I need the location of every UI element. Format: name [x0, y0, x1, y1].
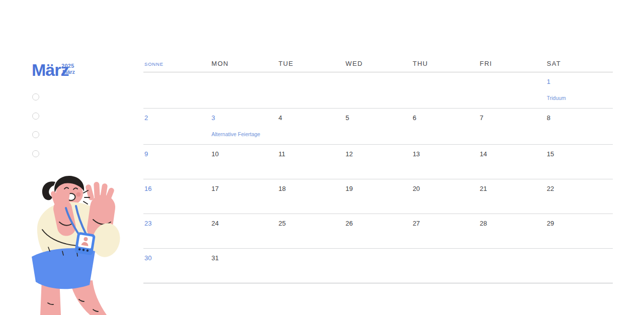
calendar: SONNEMONTUEWEDTHUFRISAT 1Triduum23Altern…: [143, 58, 613, 283]
day-cell-8[interactable]: 8: [546, 109, 613, 144]
day-cell-21[interactable]: 21: [478, 179, 545, 214]
weekday-sonne: SONNE: [143, 61, 210, 72]
day-cell-empty: [345, 249, 412, 283]
day-cell-31[interactable]: 31: [210, 249, 277, 283]
day-cell-3[interactable]: 3Alternative Feiertage: [210, 109, 277, 144]
day-number: 15: [547, 151, 611, 158]
day-number: 10: [211, 151, 275, 158]
day-number: 6: [413, 115, 476, 122]
day-cell-empty: [278, 249, 345, 283]
week-row: 23Alternative Feiertage45678: [143, 109, 613, 145]
id-badge: [74, 232, 96, 255]
day-cell-27[interactable]: 27: [412, 214, 478, 248]
year-overlay-label: 2025: [61, 63, 74, 69]
day-cell-1[interactable]: 1Triduum: [546, 72, 613, 108]
day-cell-25[interactable]: 25: [278, 214, 345, 248]
day-cell-empty: [278, 72, 345, 108]
day-cell-20[interactable]: 20: [412, 179, 478, 214]
day-cell-13[interactable]: 13: [412, 145, 478, 179]
day-cell-26[interactable]: 26: [345, 214, 412, 248]
event-label: Triduum: [547, 95, 611, 101]
day-number: 8: [547, 115, 611, 122]
day-number: 30: [144, 255, 208, 262]
day-cell-empty: [412, 72, 478, 108]
note-circle-1: [32, 93, 39, 100]
day-cell-5[interactable]: 5: [345, 109, 412, 144]
waving-woman-illustration: [19, 171, 131, 315]
weekday-wed: WED: [345, 60, 412, 72]
title-block: März 2025 März: [32, 61, 132, 86]
day-number: 18: [279, 185, 343, 192]
weekday-thu: THU: [412, 60, 478, 72]
day-cell-17[interactable]: 17: [210, 179, 277, 214]
day-number: 2: [144, 115, 208, 122]
day-cell-empty: [345, 72, 412, 108]
day-number: 22: [547, 185, 611, 192]
calendar-page: März 2025 März SONNEMONTUEWEDTHUFRISAT 1…: [0, 0, 644, 315]
note-circle-4: [32, 150, 39, 157]
day-number: 9: [144, 151, 208, 158]
day-number: 14: [479, 151, 543, 158]
day-cell-empty: [143, 72, 210, 108]
month-title: März: [32, 61, 132, 78]
day-cell-empty: [210, 72, 277, 108]
week-row: 16171819202122: [143, 179, 613, 214]
day-number: 21: [479, 185, 543, 192]
day-number: 29: [547, 220, 611, 227]
day-number: 20: [413, 185, 476, 192]
day-number: 24: [211, 220, 275, 227]
calendar-grid: 1Triduum23Alternative Feiertage456789101…: [143, 72, 613, 283]
day-cell-24[interactable]: 24: [210, 214, 277, 248]
day-cell-empty: [546, 249, 613, 283]
note-circle-2: [32, 113, 39, 120]
weekday-mon: MON: [210, 60, 277, 72]
day-number: 28: [479, 220, 543, 227]
waving-woman-svg: [19, 171, 131, 315]
day-number: 27: [413, 220, 476, 227]
day-number: 1: [547, 78, 611, 85]
week-row: 23242526272829: [143, 214, 613, 249]
day-cell-28[interactable]: 28: [478, 214, 545, 248]
day-number: 26: [346, 220, 410, 227]
day-cell-10[interactable]: 10: [210, 145, 277, 179]
day-number: 11: [279, 151, 343, 158]
day-number: 23: [144, 220, 208, 227]
day-number: 5: [346, 115, 410, 122]
weekday-sat: SAT: [546, 60, 613, 72]
day-cell-30[interactable]: 30: [143, 249, 210, 283]
day-cell-23[interactable]: 23: [143, 214, 210, 248]
day-cell-14[interactable]: 14: [478, 145, 545, 179]
day-number: 25: [279, 220, 343, 227]
day-cell-22[interactable]: 22: [546, 179, 613, 214]
week-row: 1Triduum: [143, 72, 613, 109]
day-number: 31: [211, 255, 275, 262]
week-row: 3031: [143, 249, 613, 283]
day-cell-18[interactable]: 18: [278, 179, 345, 214]
day-cell-29[interactable]: 29: [546, 214, 613, 248]
day-cell-15[interactable]: 15: [546, 145, 613, 179]
day-cell-empty: [478, 249, 545, 283]
day-cell-2[interactable]: 2: [143, 109, 210, 144]
day-number: 17: [211, 185, 275, 192]
day-cell-6[interactable]: 6: [412, 109, 478, 144]
note-circle-3: [32, 131, 39, 138]
weekday-tue: TUE: [278, 60, 345, 72]
day-cell-7[interactable]: 7: [478, 109, 545, 144]
day-cell-16[interactable]: 16: [143, 179, 210, 214]
day-cell-19[interactable]: 19: [345, 179, 412, 214]
weekday-header-row: SONNEMONTUEWEDTHUFRISAT: [143, 58, 613, 72]
day-number: 12: [346, 151, 410, 158]
event-label: Alternative Feiertage: [211, 132, 275, 138]
day-cell-9[interactable]: 9: [143, 145, 210, 179]
day-number: 3: [211, 115, 275, 122]
day-cell-empty: [478, 72, 545, 108]
week-row: 9101112131415: [143, 145, 613, 179]
day-cell-4[interactable]: 4: [278, 109, 345, 144]
day-number: 13: [413, 151, 476, 158]
day-cell-11[interactable]: 11: [278, 145, 345, 179]
weekday-fri: FRI: [478, 60, 545, 72]
day-number: 4: [279, 115, 343, 122]
day-cell-12[interactable]: 12: [345, 145, 412, 179]
day-number: 16: [144, 185, 208, 192]
day-cell-empty: [412, 249, 478, 283]
